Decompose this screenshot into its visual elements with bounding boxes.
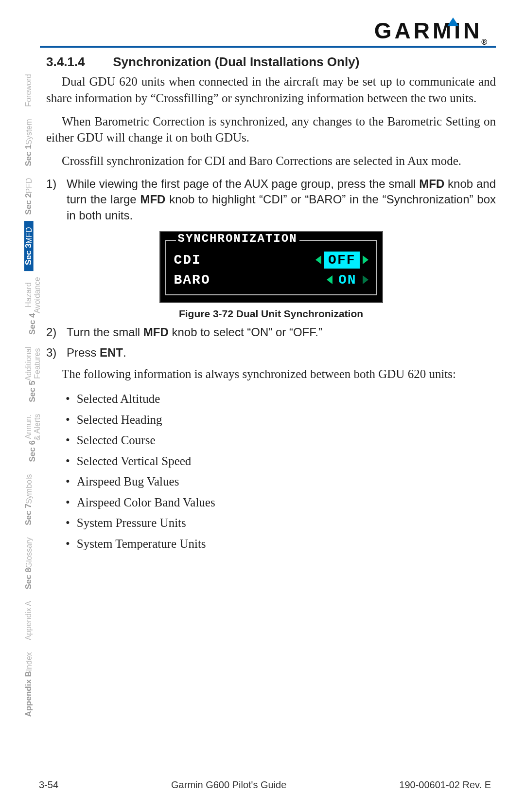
sync-list: Selected Altitude Selected Heading Selec… [66, 389, 496, 554]
header-rule [40, 46, 496, 48]
lcd-baro-value: ON [335, 272, 360, 288]
list-item: System Temperature Units [66, 534, 496, 555]
tab-sec5: Sec 5​Additional Features [24, 341, 41, 408]
brand-reg: ® [481, 38, 490, 47]
para-1: Dual GDU 620 units when connected in the… [46, 73, 496, 107]
step-2: 2) Turn the small MFD knob to select “ON… [46, 325, 496, 340]
heading-number: 3.4.1.4 [46, 54, 109, 70]
tab-sec7: Sec 7​Symbols [24, 468, 34, 531]
list-item: Airspeed Bug Values [66, 471, 496, 492]
para-4: The following information is always sync… [46, 366, 496, 382]
tab-sec8: Sec 8​Glossary [24, 531, 34, 595]
footer-page-num: 3-54 [39, 779, 58, 791]
figure-caption: Figure 3-72 Dual Unit Synchronization [46, 308, 496, 320]
heading-title: Synchronization (Dual Installations Only… [113, 54, 359, 69]
tab-sec4: Sec 4​Hazard Avoidance [24, 271, 41, 341]
lcd-cdi-label: CDI [174, 253, 201, 268]
list-item: Airspeed Color Band Values [66, 492, 496, 513]
step-3-num: 3) [46, 345, 67, 361]
footer-rev: 190-00601-02 Rev. E [399, 779, 491, 791]
lcd-title: SYNCHRONIZATION [176, 232, 299, 245]
step-1: 1) While viewing the first page of the A… [46, 176, 496, 223]
tab-appendix-a: Appendix A [24, 595, 33, 646]
lcd-cdi-value: OFF [324, 252, 359, 269]
page-footer: 3-54 Garmin G600 Pilot's Guide 190-00601… [39, 779, 491, 791]
tab-sec2: Sec 2​PFD [24, 172, 34, 220]
arrow-right-icon [363, 275, 368, 284]
tab-foreword: Foreword [24, 68, 33, 113]
tab-appendix-b: Appendix B​Index [24, 646, 34, 723]
lcd-baro-label: BARO [174, 272, 210, 288]
tab-sec6: Sec 6​Annun. & Alerts [24, 408, 41, 468]
footer-doc-title: Garmin G600 Pilot's Guide [171, 779, 286, 791]
brand-name: GARMIN [374, 18, 483, 44]
step-2-num: 2) [46, 325, 67, 340]
arrow-left-icon [315, 255, 321, 264]
list-item: Selected Heading [66, 410, 496, 431]
tab-sec3: Sec 3​MFD [24, 221, 34, 271]
list-item: Selected Course [66, 430, 496, 451]
lcd-screen: SYNCHRONIZATION CDI OFF BARO ON [159, 231, 383, 303]
list-item: Selected Altitude [66, 389, 496, 410]
list-item: System Pressure Units [66, 513, 496, 534]
lcd-row-baro: BARO ON [173, 271, 369, 289]
tab-sec1: Sec 1​System [24, 113, 34, 172]
section-heading: 3.4.1.4 Synchronization (Dual Installati… [46, 54, 496, 70]
step-1-num: 1) [46, 176, 67, 223]
arrow-left-icon [327, 275, 332, 284]
brand-delta-icon [447, 18, 459, 26]
brand-logo: GARMIN ® [24, 15, 496, 44]
side-tabs: Foreword Sec 1​System Sec 2​PFD Sec 3​MF… [24, 68, 43, 723]
para-3: Crossfill synchronization for CDI and Ba… [46, 153, 496, 169]
figure-sync: SYNCHRONIZATION CDI OFF BARO ON [46, 231, 496, 320]
arrow-right-icon [363, 255, 368, 264]
step-3: 3) Press ENT. [46, 345, 496, 361]
list-item: Selected Vertical Speed [66, 451, 496, 472]
para-2: When Barometric Correction is synchroniz… [46, 113, 496, 146]
lcd-row-cdi: CDI OFF [173, 250, 369, 271]
